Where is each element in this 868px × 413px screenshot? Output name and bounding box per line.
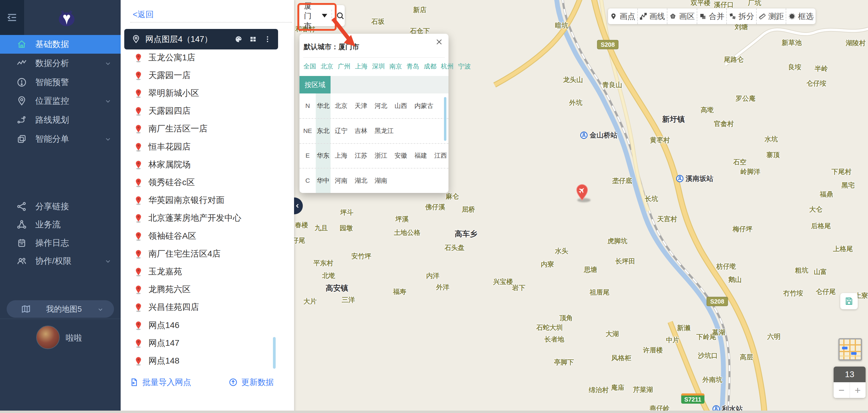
sidebar-item-5[interactable]: 智能分单 — [0, 130, 121, 148]
province-link[interactable]: 内蒙古 — [414, 102, 433, 110]
quick-city-link[interactable]: 上海 — [355, 62, 368, 70]
zoom-out-button[interactable]: − — [834, 382, 850, 398]
province-link[interactable]: 山西 — [395, 102, 407, 110]
province-link[interactable]: 江西 — [434, 151, 447, 160]
province-link[interactable]: 天津 — [355, 102, 367, 110]
palette-icon[interactable] — [235, 35, 243, 43]
import-points-button[interactable]: 批量导入网点 — [130, 377, 191, 388]
city-selector-value[interactable]: 厦门市 — [304, 1, 319, 31]
point-list-item[interactable]: 恒丰花园店 — [121, 138, 277, 156]
point-list-item[interactable]: 网点147 — [121, 334, 277, 352]
horizontal-scrollbar[interactable] — [0, 411, 868, 413]
save-button[interactable] — [840, 293, 858, 309]
quick-city-link[interactable]: 南京 — [390, 62, 402, 70]
collapse-sidebar-button[interactable] — [0, 0, 24, 35]
sidebar-item-9[interactable]: 协作/权限 — [0, 252, 121, 271]
province-link[interactable]: 安徽 — [395, 151, 407, 160]
province-link[interactable]: 河北 — [375, 102, 387, 110]
province-link[interactable]: 福建 — [414, 151, 427, 160]
quick-city-link[interactable]: 宁波 — [458, 62, 471, 70]
point-list-item[interactable]: 天露园一店 — [121, 66, 277, 84]
point-list-item[interactable]: 网点146 — [121, 316, 277, 334]
province-link[interactable]: 吉林 — [355, 127, 367, 135]
quick-city-link[interactable]: 杭州 — [441, 62, 454, 70]
point-list-item[interactable]: 天露园四店 — [121, 102, 277, 120]
tab-by-region[interactable]: 按区域 — [300, 76, 331, 93]
village-label-仑仔尾: 仑仔尾 — [816, 287, 836, 296]
point-list-item[interactable]: 南厂住宅生活区4店 — [121, 245, 277, 262]
sidebar-item-8[interactable]: 操作日志 — [0, 234, 121, 252]
province-link[interactable]: 浙江 — [375, 151, 387, 160]
region-row-E[interactable]: E华东上海江苏浙江安徽福建江西山东 — [300, 143, 448, 168]
avatar[interactable] — [36, 325, 60, 349]
tool-4[interactable]: 拆分 — [726, 8, 756, 24]
region-row-NE[interactable]: NE东北辽宁吉林黑龙江 — [300, 119, 448, 144]
popup-scrollbar[interactable] — [444, 97, 446, 141]
close-icon[interactable] — [435, 38, 443, 46]
quick-city-link[interactable]: 全国 — [303, 62, 316, 70]
tool-1[interactable]: 画线 — [637, 8, 667, 24]
quick-city-link[interactable]: 青岛 — [407, 62, 419, 70]
minimap-button[interactable] — [838, 338, 862, 360]
tool-6[interactable]: 框选 — [786, 8, 815, 24]
province-link[interactable]: 辽宁 — [335, 127, 347, 135]
quick-city-link[interactable]: 北京 — [320, 62, 333, 70]
map-switcher[interactable]: 我的地图5 — [7, 300, 114, 318]
province-link[interactable]: 江苏 — [355, 151, 367, 160]
point-list-item[interactable]: 玉龙嘉苑 — [121, 262, 277, 280]
sidebar: 基础数据数据分析智能预警位置监控路线规划智能分单分享链接业务流操作日志协作/权限… — [0, 0, 121, 413]
tool-5[interactable]: 测距 — [756, 8, 786, 24]
province-link[interactable]: 北京 — [335, 102, 347, 110]
back-link[interactable]: <返回 — [133, 9, 154, 20]
region-row-N[interactable]: N华北北京天津河北山西内蒙古 — [300, 93, 448, 119]
point-list-item[interactable]: 兴昌佳苑四店 — [121, 298, 277, 316]
village-label-坪斗: 坪斗 — [340, 208, 353, 217]
sidebar-item-3[interactable]: 位置监控 — [0, 92, 121, 110]
point-list-item[interactable]: 领秀硅谷c区 — [121, 173, 277, 191]
province-link[interactable]: 河南 — [335, 177, 347, 185]
zoom-in-button[interactable]: + — [850, 382, 866, 398]
point-name: 玉龙公寓1店 — [148, 52, 195, 63]
sidebar-item-0[interactable]: 基础数据 — [0, 35, 121, 54]
village-label-鹅山: 鹅山 — [728, 275, 742, 284]
point-list-item[interactable]: 领袖硅谷A区 — [121, 227, 277, 245]
province-link[interactable]: 湖北 — [355, 177, 367, 185]
region-row-C[interactable]: C华中河南湖北湖南 — [300, 168, 448, 193]
kebab-menu-icon[interactable] — [264, 35, 272, 43]
point-list-item[interactable]: 龙腾苑六区 — [121, 281, 277, 298]
point-list-item[interactable]: 网点148 — [121, 352, 277, 370]
sidebar-item-7[interactable]: 业务流 — [0, 215, 121, 234]
layer-header[interactable]: 网点图层4（147） — [124, 29, 278, 50]
village-label-溪仔口: 溪仔口 — [714, 0, 734, 9]
province-link[interactable]: 上海 — [335, 151, 347, 160]
sidebar-item-1[interactable]: 数据分析 — [0, 54, 121, 73]
tool-0[interactable]: 画点 — [608, 8, 637, 24]
search-icon[interactable] — [336, 11, 345, 20]
sidebar-item-6[interactable]: 分享链接 — [0, 197, 121, 216]
province-link[interactable]: 黑龙江 — [375, 127, 394, 135]
quick-city-link[interactable]: 深圳 — [372, 62, 385, 70]
point-list-item[interactable]: 北京蓬莱房地产开发中心 — [121, 209, 277, 227]
tool-3[interactable]: 合并 — [697, 8, 726, 24]
village-label-绵治村: 绵治村 — [589, 386, 609, 394]
point-list-item[interactable]: 南厂生活区一店 — [121, 120, 277, 138]
point-list-item[interactable]: 林家属院场 — [121, 156, 277, 173]
quick-city-link[interactable]: 广州 — [338, 62, 350, 70]
sidebar-item-4[interactable]: 路线规划 — [0, 110, 121, 129]
sidebar-item-label: 基础数据 — [35, 39, 69, 50]
panel-scrollbar[interactable] — [273, 337, 276, 369]
sidebar-item-2[interactable]: 智能预警 — [0, 73, 121, 92]
point-list-item[interactable]: 玉龙公寓1店 — [121, 49, 277, 66]
point-list-item[interactable]: 翠明新城小区 — [121, 84, 277, 102]
red-plane-marker[interactable] — [576, 184, 589, 202]
city-selector-bar: 厦门市 — [300, 5, 345, 26]
point-list-item[interactable]: 华英园南京银行对面 — [121, 191, 277, 209]
update-data-button[interactable]: 更新数据 — [228, 377, 274, 388]
tool-2[interactable]: 画区 — [667, 8, 697, 24]
red-pin-icon — [134, 320, 142, 330]
province-link[interactable]: 湖南 — [375, 177, 387, 185]
quick-city-link[interactable]: 成都 — [424, 62, 436, 70]
location-icon — [17, 96, 27, 106]
map-icon — [21, 304, 31, 314]
grid-icon[interactable] — [249, 35, 257, 43]
